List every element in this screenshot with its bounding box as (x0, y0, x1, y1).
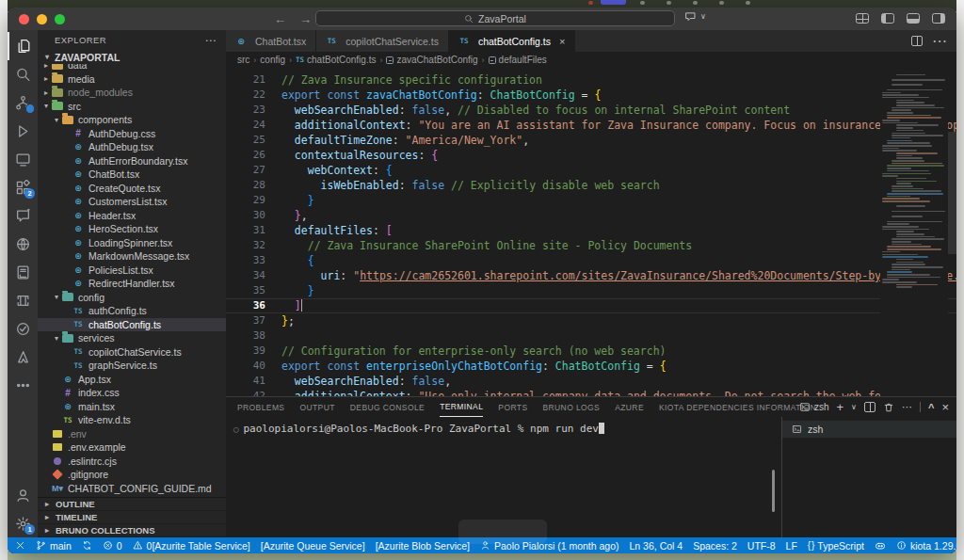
toggle-sidebar-button[interactable] (881, 13, 894, 24)
breadcrumb-src[interactable]: src (237, 55, 249, 65)
activity-explorer-icon[interactable] (8, 32, 38, 60)
explorer-actions-button[interactable]: ⋯ (205, 34, 217, 47)
close-tab-icon[interactable]: × (559, 36, 565, 47)
minimize-window-button[interactable] (37, 14, 47, 24)
tree-item-customerslist.tsx[interactable]: ⊛CustomersList.tsx (38, 195, 226, 209)
kill-terminal-button[interactable] (883, 402, 894, 413)
tree-item-herosection.tsx[interactable]: ⊛HeroSection.tsx (38, 222, 226, 236)
panel-tab-output[interactable]: OUTPUT (299, 397, 334, 417)
status-azurite-table-service[interactable]: [Azurite Table Service] (152, 540, 249, 552)
customize-layout-button[interactable] (856, 13, 869, 24)
tree-item-policieslist.tsx[interactable]: ⊛PoliciesList.tsx (38, 264, 226, 278)
close-window-button[interactable] (19, 14, 29, 24)
tree-item-vite-env.d.ts[interactable]: TSvite-env.d.ts (38, 413, 226, 427)
status-sync[interactable] (82, 540, 92, 551)
code-line-25[interactable]: 25 defaultTimeZone: "America/New_York", (226, 133, 956, 148)
tree-item-services[interactable]: ▾services (38, 331, 226, 345)
status-typescript[interactable]: { }TypeScript (808, 540, 864, 552)
minimap[interactable] (880, 68, 948, 396)
activity-chat-icon[interactable] (8, 201, 38, 230)
nav-back-button[interactable]: ← (274, 12, 286, 26)
tree-item-authconfig.ts[interactable]: TSauthConfig.ts (38, 304, 226, 318)
breadcrumb-defaultfiles[interactable]: defaultFiles (489, 55, 547, 65)
explorer-root-folder[interactable]: ▾ ZAVAPORTAL (38, 50, 226, 64)
activity-settings-icon[interactable]: 1 (8, 509, 38, 537)
copilot-menu[interactable]: ∨ (683, 10, 706, 23)
tree-item-media[interactable]: ▸media (38, 72, 226, 87)
status-ln-36-col-4[interactable]: Ln 36, Col 4 (630, 540, 683, 552)
code-line-34[interactable]: 34 uri: "https://cam2652601.sharepoint.c… (226, 268, 956, 283)
code-line-42[interactable]: 42 additionalContext: "Use only internal… (226, 389, 956, 396)
status-main[interactable]: main (36, 540, 72, 552)
terminal-list-item-zsh[interactable]: zsh (782, 421, 956, 438)
activity-todo-check-icon[interactable] (8, 314, 38, 343)
tree-item-copilotchatservice.ts[interactable]: TScopilotChatService.ts (38, 345, 226, 360)
tree-item-.env.example[interactable]: .env.example (38, 440, 226, 455)
terminal-dropdown-button[interactable]: ∨ (851, 403, 857, 411)
activity-run-debug-icon[interactable] (8, 117, 38, 145)
activity-accounts-icon[interactable] (8, 481, 38, 509)
code-line-27[interactable]: 27 webContext: { (226, 163, 956, 178)
code-line-35[interactable]: 35 } (226, 283, 956, 298)
tree-item-graphservice.ts[interactable]: TSgraphService.ts (38, 359, 226, 373)
activity-api-client-icon[interactable] (8, 230, 38, 258)
activity-more-icon[interactable] (8, 371, 38, 399)
panel-tab-ports[interactable]: PORTS (498, 397, 527, 417)
code-line-21[interactable]: 21// Zava Insurance specific configurati… (226, 72, 956, 88)
panel-tab-bruno-logs[interactable]: BRUNO LOGS (542, 397, 600, 417)
tree-item-chatbot.tsx[interactable]: ⊛ChatBot.tsx (38, 168, 226, 182)
split-editor-button[interactable] (911, 36, 923, 46)
activity-remote-explorer-icon[interactable] (8, 145, 38, 173)
code-line-40[interactable]: 40export const enterpriseOnlyChatBotConf… (226, 359, 956, 374)
status-utf-8[interactable]: UTF-8 (747, 540, 776, 552)
activity-source-control-icon[interactable] (8, 88, 38, 117)
code-line-26[interactable]: 26 contextualResources: { (226, 148, 956, 163)
code-line-37[interactable]: 37}; (226, 313, 956, 328)
code-line-28[interactable]: 28 isWebEnabled: false // Explicitly dis… (226, 178, 956, 193)
maximize-panel-button[interactable]: ^ (928, 402, 934, 413)
tree-item-authdebug.tsx[interactable]: ⊛AuthDebug.tsx (38, 140, 226, 154)
breadcrumb-zavachatbotconfig[interactable]: zavaChatBotConfig (386, 55, 477, 65)
nav-forward-button[interactable]: → (299, 12, 312, 26)
tree-item-chatbotconfig.ts[interactable]: TSchatBotConfig.ts (38, 318, 226, 332)
status-remote[interactable] (15, 540, 25, 551)
code-line-39[interactable]: 39// Configuration for enterprise-only s… (226, 344, 956, 359)
breadcrumb-chatbotconfig.ts[interactable]: TSchatBotConfig.ts (296, 55, 376, 65)
tab-copilotchatservice.ts[interactable]: TScopilotChatService.ts (316, 30, 449, 52)
tab-chatbotconfig.ts[interactable]: TSchatBotConfig.ts× (449, 30, 575, 52)
code-line-33[interactable]: 33 { (226, 253, 956, 268)
code-line-29[interactable]: 29 } (226, 193, 956, 208)
code-line-36[interactable]: 36 ] (226, 298, 956, 313)
code-editor[interactable]: 21// Zava Insurance specific configurati… (226, 68, 956, 396)
panel-tab-debug-console[interactable]: DEBUG CONSOLE (350, 397, 425, 417)
status-lf[interactable]: LF (786, 540, 797, 552)
panel-tab-problems[interactable]: PROBLEMS (237, 397, 284, 417)
breadcrumb-config[interactable]: config (260, 55, 285, 65)
section-timeline[interactable]: ▸TIMELINE (38, 511, 226, 524)
panel-tab-terminal[interactable]: TERMINAL (440, 397, 483, 417)
split-terminal-button[interactable] (864, 402, 876, 412)
tree-item-components[interactable]: ▾components (38, 113, 226, 127)
status-kiota-1-29-0[interactable]: kiota 1.29.0 (896, 540, 956, 552)
panel-more-button[interactable]: ⋯ (902, 401, 912, 413)
activity-azure-icon[interactable] (8, 343, 38, 371)
code-line-24[interactable]: 24 additionalContext: "You are an AI ass… (226, 118, 956, 133)
tree-item-authdebug.css[interactable]: #AuthDebug.css (38, 127, 226, 141)
tree-item-src[interactable]: ▾src (38, 100, 226, 114)
tree-item-node_modules[interactable]: ▸node_modules (38, 86, 226, 100)
toggle-panel-button[interactable] (907, 13, 920, 24)
toggle-secondary-sidebar-button[interactable] (932, 13, 945, 24)
activity-search-icon[interactable] (8, 60, 38, 88)
tree-item-data[interactable]: ▸data (38, 64, 226, 72)
status-0[interactable]: 0 (103, 540, 122, 552)
activity-output-log-icon[interactable] (8, 258, 38, 286)
terminal[interactable]: ○paolopialorsi@Paolos-MacBook-Pro ZavaPo… (226, 417, 781, 537)
new-terminal-button[interactable]: + (837, 400, 844, 414)
editor-more-actions-button[interactable]: ⋯ (932, 32, 947, 50)
tree-item-.eslintrc.cjs[interactable]: .eslintrc.cjs (38, 455, 226, 469)
tree-item-main.tsx[interactable]: ⊛main.tsx (38, 400, 226, 414)
status-spaces-2[interactable]: Spaces: 2 (693, 540, 737, 552)
shell-launch-button[interactable]: zsh (799, 402, 829, 412)
tree-item-loadingspinner.tsx[interactable]: ⊛LoadingSpinner.tsx (38, 236, 226, 250)
tree-item-.gitignore[interactable]: .gitignore (38, 468, 226, 482)
